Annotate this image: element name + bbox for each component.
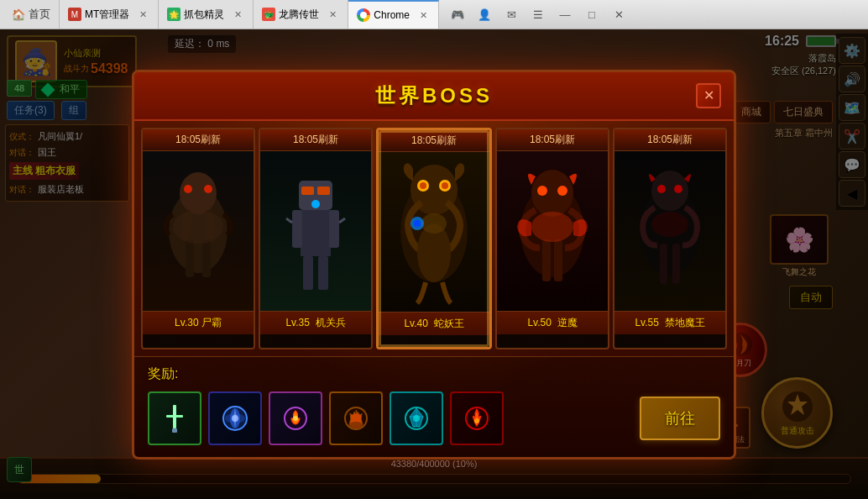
tabs-container: M MT管理器 ✕ 🌟 抓包精灵 ✕ 🐲 龙腾传世 ✕ Chrome ✕ (60, 0, 439, 29)
svg-point-27 (421, 213, 447, 234)
svg-line-18 (286, 218, 292, 223)
boss-forbidden-name: 禁地魔王 (665, 317, 705, 328)
close-button[interactable]: ✕ (607, 3, 630, 26)
dragon-close-button[interactable]: ✕ (326, 8, 339, 21)
svg-point-62 (474, 418, 479, 423)
tab-dragon[interactable]: 🐲 龙腾传世 ✕ (254, 0, 348, 29)
gamepad-button[interactable]: 👤 (473, 3, 496, 26)
dragon-label: 龙腾传世 (279, 8, 319, 22)
svg-point-31 (531, 170, 573, 217)
svg-rect-11 (292, 210, 302, 248)
mail-button[interactable]: ✉ (499, 3, 523, 26)
catch-icon: 🌟 (167, 8, 180, 21)
restore-button[interactable]: — (553, 3, 577, 26)
reward-item-spirit[interactable] (208, 391, 262, 445)
boss-card-snake[interactable]: 18:05刷新 (376, 128, 492, 349)
svg-point-32 (537, 186, 547, 196)
boss-card-zombie[interactable]: 18:05刷新 (141, 128, 255, 349)
reward-item-sword[interactable] (148, 391, 201, 445)
svg-point-25 (442, 182, 448, 189)
boss-zombie-info: Lv.30 尸霸 (143, 311, 254, 334)
svg-rect-42 (672, 244, 680, 284)
reward-items-container: 前往 (148, 391, 720, 445)
modal-title: 世界BOSS (375, 82, 493, 109)
catch-close-button[interactable]: ✕ (231, 8, 244, 21)
svg-point-43 (651, 212, 688, 237)
boss-snake-level: Lv.40 (404, 318, 427, 329)
boss-forbidden-image (614, 151, 725, 311)
svg-point-24 (420, 182, 426, 189)
svg-point-36 (531, 212, 573, 242)
mt-label: MT管理器 (85, 8, 129, 22)
boss-zombie-refresh: 18:05刷新 (143, 129, 254, 151)
boss-forbidden-refresh: 18:05刷新 (614, 129, 725, 151)
boss-snake-name: 蛇妖王 (434, 318, 464, 329)
boss-mech-name: 机关兵 (316, 317, 346, 328)
boss-demon-level: Lv.50 (527, 317, 551, 328)
boss-card-demon[interactable]: 18:05刷新 (495, 128, 609, 349)
catch-label: 抓包精灵 (184, 8, 224, 22)
boss-mech-level: Lv.35 (285, 317, 309, 328)
boss-list: 18:05刷新 (134, 121, 734, 356)
dragon-icon: 🐲 (262, 8, 275, 21)
mt-icon: M (68, 8, 81, 21)
svg-rect-41 (660, 244, 667, 284)
svg-point-40 (674, 185, 682, 193)
tab-chrome[interactable]: Chrome ✕ (348, 0, 439, 29)
reward-section: 奖励: (134, 356, 734, 457)
svg-point-8 (173, 210, 223, 244)
svg-point-29 (414, 220, 421, 227)
svg-point-33 (557, 186, 567, 196)
modal-header: 世界BOSS ✕ (134, 72, 734, 121)
tab-catch-spirit[interactable]: 🌟 抓包精灵 ✕ (159, 0, 254, 29)
boss-snake-info: Lv.40 蛇妖王 (379, 312, 489, 335)
chrome-icon (357, 8, 370, 22)
svg-rect-10 (301, 210, 331, 256)
reward-item-fire-gem[interactable] (269, 391, 322, 445)
svg-point-54 (349, 422, 363, 428)
modal-overlay: 世界BOSS ✕ 18:05刷新 (0, 29, 868, 499)
boss-zombie-image (143, 151, 254, 311)
svg-point-39 (657, 185, 666, 193)
boss-card-mech[interactable]: 18:05刷新 (259, 128, 373, 349)
maximize-button[interactable]: □ (580, 3, 604, 26)
tab-mt-manager[interactable]: M MT管理器 ✕ (60, 0, 159, 29)
chrome-close-button[interactable]: ✕ (416, 8, 430, 22)
mt-close-button[interactable]: ✕ (136, 8, 149, 21)
svg-rect-12 (329, 210, 339, 248)
svg-point-38 (651, 171, 688, 211)
boss-snake-refresh: 18:05刷新 (379, 130, 489, 152)
minimize-button[interactable]: 🎮 (446, 3, 469, 26)
boss-demon-refresh: 18:05刷新 (497, 129, 608, 151)
boss-zombie-name: 尸霸 (201, 317, 222, 328)
home-icon: 🏠 (12, 8, 25, 21)
boss-modal: 世界BOSS ✕ 18:05刷新 (132, 70, 736, 460)
svg-point-17 (311, 200, 320, 208)
svg-rect-6 (186, 239, 194, 277)
boss-mech-info: Lv.35 机关兵 (260, 311, 371, 334)
svg-point-3 (204, 185, 212, 193)
taskbar-home-button[interactable]: 🏠 首页 (0, 0, 60, 29)
window-controls: 🎮 👤 ✉ ☰ — □ ✕ (439, 3, 637, 26)
boss-card-forbidden[interactable]: 18:05刷新 (613, 128, 727, 349)
svg-rect-7 (202, 239, 211, 277)
svg-rect-46 (172, 428, 177, 433)
svg-rect-14 (318, 256, 328, 290)
boss-zombie-level: Lv.30 (175, 317, 198, 328)
boss-demon-image (497, 151, 608, 311)
reward-item-flame[interactable] (450, 391, 504, 445)
boss-mech-image (260, 151, 371, 311)
goto-button[interactable]: 前往 (640, 397, 720, 440)
reward-item-claw[interactable] (329, 391, 383, 445)
chrome-label: Chrome (374, 9, 410, 21)
svg-rect-15 (301, 186, 314, 195)
reward-item-crystal[interactable] (390, 391, 443, 445)
boss-snake-image (379, 152, 489, 312)
svg-point-52 (293, 416, 298, 421)
modal-close-button[interactable]: ✕ (696, 83, 721, 108)
svg-rect-16 (317, 186, 330, 195)
boss-mech-refresh: 18:05刷新 (260, 129, 371, 151)
boss-demon-info: Lv.50 逆魔 (497, 311, 608, 334)
menu-button[interactable]: ☰ (526, 3, 550, 26)
home-label: 首页 (29, 7, 50, 22)
